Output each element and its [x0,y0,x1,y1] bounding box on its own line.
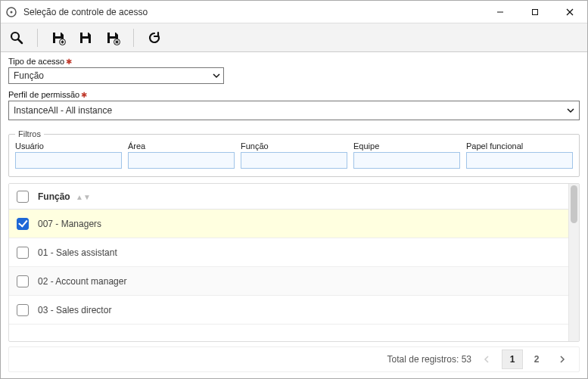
access-type-label: Tipo de acesso ✱ [8,57,580,66]
permission-profile-select[interactable]: InstanceAll - All instance [8,101,580,120]
row-checkbox[interactable] [17,275,29,287]
filter-label-user: Usuário [15,141,122,151]
access-type-label-text: Tipo de acesso [8,57,64,66]
list-area: Função ▲▼ 007 - Managers01 - Sales assis… [8,183,580,342]
minimize-button[interactable] [483,1,518,23]
table-row[interactable]: 03 - Sales director [9,296,568,325]
svg-rect-14 [82,39,89,43]
row-checkbox[interactable] [17,247,29,259]
filter-input-functional-role[interactable] [466,152,573,169]
list-header[interactable]: Função ▲▼ [9,184,568,210]
row-label: 03 - Sales director [38,305,111,315]
row-label: 01 - Sales assistant [38,247,117,258]
maximize-button[interactable] [518,1,552,23]
filter-input-area[interactable] [128,152,235,169]
filter-label-function: Função [241,141,347,151]
toolbar-separator [37,29,38,47]
svg-line-7 [18,39,22,43]
filter-input-function[interactable] [241,152,347,169]
total-records-label: Total de registros: 53 [387,354,471,365]
permission-profile-label-text: Perfil de permissão [8,90,79,99]
sort-icon: ▲▼ [76,193,91,201]
refresh-button[interactable] [145,28,164,48]
row-label: 007 - Managers [38,219,101,229]
save-button[interactable] [76,28,95,48]
save-delete-button[interactable] [103,28,123,48]
app-icon [1,6,22,18]
table-row[interactable]: 01 - Sales assistant [9,238,568,267]
window-title: Seleção de controle de acesso [22,7,483,17]
pagination-footer: Total de registros: 53 12 [8,346,580,372]
permission-profile-value: InstanceAll - All instance [14,105,112,116]
required-icon: ✱ [81,91,87,99]
titlebar: Seleção de controle de acesso [1,1,587,23]
filter-input-team[interactable] [353,152,460,169]
filter-label-area: Área [128,141,235,151]
svg-point-1 [11,11,13,13]
svg-rect-13 [82,33,88,36]
access-type-select[interactable]: Função [8,67,224,84]
page-prev-button[interactable] [476,349,497,369]
table-row[interactable]: 007 - Managers [9,210,568,238]
row-checkbox[interactable] [17,218,29,230]
column-header-function-text: Função [38,191,70,202]
chevron-down-icon [567,107,574,114]
filter-input-user[interactable] [15,152,122,169]
list-rows: 007 - Managers01 - Sales assistant02 - A… [9,210,568,340]
access-type-value: Função [14,70,44,81]
chevron-down-icon [213,72,220,79]
table-row[interactable]: 02 - Account manager [9,267,568,296]
svg-rect-15 [110,33,115,36]
page-button-1[interactable]: 1 [502,349,523,369]
table-row[interactable] [9,325,568,340]
required-icon: ✱ [66,57,72,66]
close-button[interactable] [552,1,587,23]
select-all-checkbox[interactable] [17,191,29,203]
svg-rect-8 [55,33,61,36]
page-button-2[interactable]: 2 [526,349,547,369]
page-next-button[interactable] [552,349,573,369]
row-label: 02 - Account manager [38,276,126,287]
form-area: Tipo de acesso ✱ Função Perfil de permis… [1,52,587,126]
filter-label-team: Equipe [353,141,460,151]
row-checkbox[interactable] [17,304,29,316]
filter-label-functional-role: Papel funcional [466,141,573,151]
vertical-scrollbar[interactable] [568,184,579,341]
page-buttons: 12 [502,349,547,369]
permission-profile-label: Perfil de permissão ✱ [8,90,580,99]
column-header-function[interactable]: Função ▲▼ [38,191,91,202]
search-button[interactable] [7,28,26,48]
filters-legend: Filtros [15,129,44,138]
filters-fieldset: Filtros Usuário Área Função Equipe Papel… [8,129,580,177]
toolbar [1,23,587,52]
scroll-thumb[interactable] [571,185,577,223]
svg-rect-3 [533,9,538,14]
save-new-button[interactable] [48,28,68,48]
toolbar-separator [133,29,134,47]
